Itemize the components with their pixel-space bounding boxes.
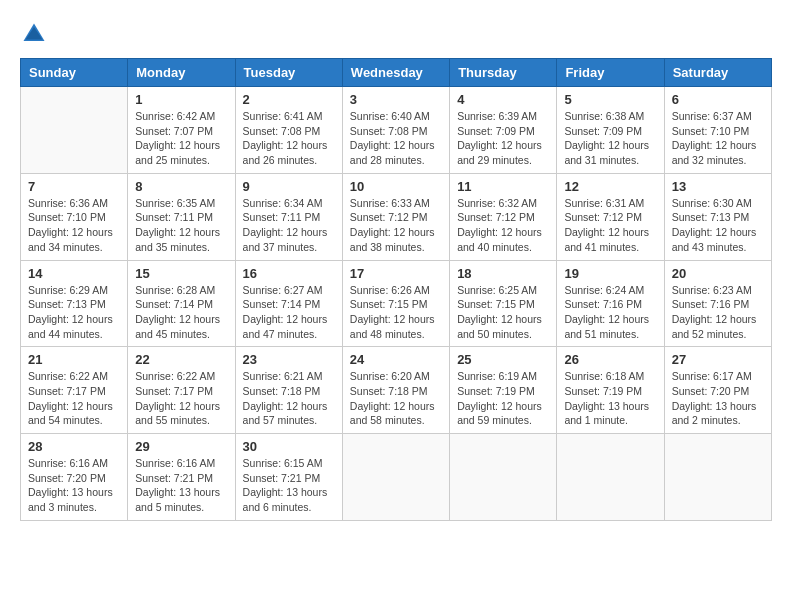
calendar-header-row: SundayMondayTuesdayWednesdayThursdayFrid… [21,59,772,87]
day-info: Sunrise: 6:40 AM Sunset: 7:08 PM Dayligh… [350,109,442,168]
calendar-day: 7 Sunrise: 6:36 AM Sunset: 7:10 PM Dayli… [21,173,128,260]
day-info: Sunrise: 6:21 AM Sunset: 7:18 PM Dayligh… [243,369,335,428]
day-info: Sunrise: 6:32 AM Sunset: 7:12 PM Dayligh… [457,196,549,255]
day-number: 7 [28,179,120,194]
day-number: 16 [243,266,335,281]
calendar-day: 10 Sunrise: 6:33 AM Sunset: 7:12 PM Dayl… [342,173,449,260]
day-header-friday: Friday [557,59,664,87]
day-info: Sunrise: 6:15 AM Sunset: 7:21 PM Dayligh… [243,456,335,515]
day-header-wednesday: Wednesday [342,59,449,87]
logo-icon [20,20,48,48]
calendar-day: 28 Sunrise: 6:16 AM Sunset: 7:20 PM Dayl… [21,434,128,521]
day-info: Sunrise: 6:17 AM Sunset: 7:20 PM Dayligh… [672,369,764,428]
calendar-day: 27 Sunrise: 6:17 AM Sunset: 7:20 PM Dayl… [664,347,771,434]
day-number: 15 [135,266,227,281]
calendar-day: 18 Sunrise: 6:25 AM Sunset: 7:15 PM Dayl… [450,260,557,347]
day-number: 5 [564,92,656,107]
calendar-day: 5 Sunrise: 6:38 AM Sunset: 7:09 PM Dayli… [557,87,664,174]
day-info: Sunrise: 6:41 AM Sunset: 7:08 PM Dayligh… [243,109,335,168]
calendar-week-4: 21 Sunrise: 6:22 AM Sunset: 7:17 PM Dayl… [21,347,772,434]
day-number: 14 [28,266,120,281]
day-info: Sunrise: 6:31 AM Sunset: 7:12 PM Dayligh… [564,196,656,255]
day-info: Sunrise: 6:27 AM Sunset: 7:14 PM Dayligh… [243,283,335,342]
day-number: 19 [564,266,656,281]
day-info: Sunrise: 6:38 AM Sunset: 7:09 PM Dayligh… [564,109,656,168]
calendar-day: 4 Sunrise: 6:39 AM Sunset: 7:09 PM Dayli… [450,87,557,174]
calendar-day: 11 Sunrise: 6:32 AM Sunset: 7:12 PM Dayl… [450,173,557,260]
day-number: 17 [350,266,442,281]
day-number: 20 [672,266,764,281]
calendar-day: 22 Sunrise: 6:22 AM Sunset: 7:17 PM Dayl… [128,347,235,434]
day-info: Sunrise: 6:22 AM Sunset: 7:17 PM Dayligh… [135,369,227,428]
calendar-day: 1 Sunrise: 6:42 AM Sunset: 7:07 PM Dayli… [128,87,235,174]
calendar-day: 23 Sunrise: 6:21 AM Sunset: 7:18 PM Dayl… [235,347,342,434]
day-info: Sunrise: 6:16 AM Sunset: 7:20 PM Dayligh… [28,456,120,515]
day-number: 9 [243,179,335,194]
day-info: Sunrise: 6:42 AM Sunset: 7:07 PM Dayligh… [135,109,227,168]
calendar-day [557,434,664,521]
day-number: 27 [672,352,764,367]
day-number: 23 [243,352,335,367]
day-number: 24 [350,352,442,367]
calendar-week-3: 14 Sunrise: 6:29 AM Sunset: 7:13 PM Dayl… [21,260,772,347]
day-number: 28 [28,439,120,454]
day-info: Sunrise: 6:30 AM Sunset: 7:13 PM Dayligh… [672,196,764,255]
day-number: 10 [350,179,442,194]
day-number: 13 [672,179,764,194]
day-header-tuesday: Tuesday [235,59,342,87]
day-info: Sunrise: 6:33 AM Sunset: 7:12 PM Dayligh… [350,196,442,255]
day-number: 8 [135,179,227,194]
day-header-thursday: Thursday [450,59,557,87]
day-info: Sunrise: 6:23 AM Sunset: 7:16 PM Dayligh… [672,283,764,342]
calendar-day [450,434,557,521]
calendar-day: 25 Sunrise: 6:19 AM Sunset: 7:19 PM Dayl… [450,347,557,434]
calendar-day [21,87,128,174]
day-info: Sunrise: 6:35 AM Sunset: 7:11 PM Dayligh… [135,196,227,255]
calendar-day: 14 Sunrise: 6:29 AM Sunset: 7:13 PM Dayl… [21,260,128,347]
day-header-saturday: Saturday [664,59,771,87]
calendar-day: 12 Sunrise: 6:31 AM Sunset: 7:12 PM Dayl… [557,173,664,260]
day-number: 26 [564,352,656,367]
day-info: Sunrise: 6:29 AM Sunset: 7:13 PM Dayligh… [28,283,120,342]
day-number: 3 [350,92,442,107]
day-info: Sunrise: 6:16 AM Sunset: 7:21 PM Dayligh… [135,456,227,515]
page-header [20,20,772,48]
day-number: 12 [564,179,656,194]
calendar-day: 26 Sunrise: 6:18 AM Sunset: 7:19 PM Dayl… [557,347,664,434]
calendar-day: 20 Sunrise: 6:23 AM Sunset: 7:16 PM Dayl… [664,260,771,347]
calendar-day: 17 Sunrise: 6:26 AM Sunset: 7:15 PM Dayl… [342,260,449,347]
logo [20,20,54,48]
day-number: 22 [135,352,227,367]
day-info: Sunrise: 6:36 AM Sunset: 7:10 PM Dayligh… [28,196,120,255]
day-number: 1 [135,92,227,107]
calendar-day: 21 Sunrise: 6:22 AM Sunset: 7:17 PM Dayl… [21,347,128,434]
calendar-day: 19 Sunrise: 6:24 AM Sunset: 7:16 PM Dayl… [557,260,664,347]
calendar-week-5: 28 Sunrise: 6:16 AM Sunset: 7:20 PM Dayl… [21,434,772,521]
calendar-day: 2 Sunrise: 6:41 AM Sunset: 7:08 PM Dayli… [235,87,342,174]
calendar-day: 24 Sunrise: 6:20 AM Sunset: 7:18 PM Dayl… [342,347,449,434]
calendar-day: 15 Sunrise: 6:28 AM Sunset: 7:14 PM Dayl… [128,260,235,347]
calendar-week-2: 7 Sunrise: 6:36 AM Sunset: 7:10 PM Dayli… [21,173,772,260]
calendar-day [342,434,449,521]
day-header-monday: Monday [128,59,235,87]
calendar-day: 30 Sunrise: 6:15 AM Sunset: 7:21 PM Dayl… [235,434,342,521]
day-info: Sunrise: 6:39 AM Sunset: 7:09 PM Dayligh… [457,109,549,168]
calendar-day: 9 Sunrise: 6:34 AM Sunset: 7:11 PM Dayli… [235,173,342,260]
calendar-day: 16 Sunrise: 6:27 AM Sunset: 7:14 PM Dayl… [235,260,342,347]
day-number: 6 [672,92,764,107]
day-info: Sunrise: 6:22 AM Sunset: 7:17 PM Dayligh… [28,369,120,428]
day-number: 25 [457,352,549,367]
day-info: Sunrise: 6:25 AM Sunset: 7:15 PM Dayligh… [457,283,549,342]
calendar-week-1: 1 Sunrise: 6:42 AM Sunset: 7:07 PM Dayli… [21,87,772,174]
day-info: Sunrise: 6:24 AM Sunset: 7:16 PM Dayligh… [564,283,656,342]
day-number: 4 [457,92,549,107]
day-info: Sunrise: 6:34 AM Sunset: 7:11 PM Dayligh… [243,196,335,255]
day-info: Sunrise: 6:28 AM Sunset: 7:14 PM Dayligh… [135,283,227,342]
day-info: Sunrise: 6:19 AM Sunset: 7:19 PM Dayligh… [457,369,549,428]
day-header-sunday: Sunday [21,59,128,87]
day-number: 30 [243,439,335,454]
day-number: 2 [243,92,335,107]
calendar-day: 6 Sunrise: 6:37 AM Sunset: 7:10 PM Dayli… [664,87,771,174]
day-number: 21 [28,352,120,367]
day-info: Sunrise: 6:37 AM Sunset: 7:10 PM Dayligh… [672,109,764,168]
